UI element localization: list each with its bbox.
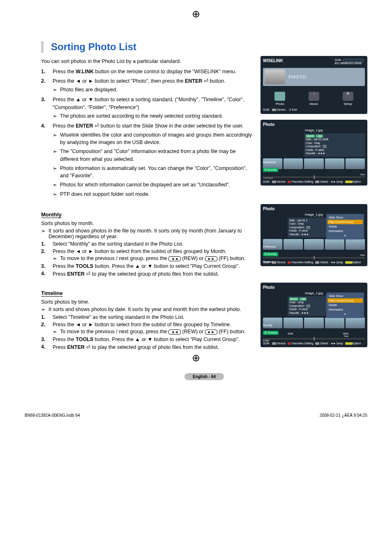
- step-number: 4.: [41, 344, 53, 350]
- current-file: image_1.jpg: [263, 128, 365, 132]
- photo-metadata: Month : Jan Color : Gray Composition : ▒…: [288, 296, 332, 316]
- doc-date-right: 2008-02-21 ¿ÀÈÄ 9:04:25: [320, 413, 367, 418]
- note-text: Wiselink identifies the color and compos…: [60, 131, 252, 147]
- menu-play-current-group[interactable]: Play Current Group: [327, 298, 363, 303]
- monthly-intro: Sorts photos by month.: [41, 221, 252, 226]
- note-arrow: ➣: [53, 165, 60, 180]
- note-text: It sorts and shows photos by date. It so…: [48, 306, 241, 313]
- side-tab-timeline[interactable]: ☰ Timeline: [263, 331, 279, 335]
- timeline-year-left: 2006: [288, 332, 293, 337]
- registration-mark-bottom: ⊕: [192, 352, 200, 364]
- side-tab-monthly[interactable]: ☰ Monthly: [263, 168, 278, 172]
- thumbnail[interactable]: [346, 318, 365, 328]
- menu-down-icon: ▾: [327, 233, 363, 238]
- thumbnail[interactable]: [304, 239, 323, 250]
- registration-mark-top: ⊕: [192, 8, 200, 20]
- gear-icon: ⚙: [343, 92, 353, 101]
- thumbnail-row: [263, 239, 365, 250]
- ff-button-icon: ►►: [205, 330, 217, 334]
- thumbnail[interactable]: [284, 239, 303, 250]
- thumbnail[interactable]: [325, 239, 344, 250]
- shot-footer-ops: SUM Device Favorites Setting Select ◄►Ju…: [263, 180, 365, 183]
- photo-sort-screenshot: Photo image_1.jpg Month : Jan Date : Jan…: [261, 120, 367, 186]
- thumbnail[interactable]: [284, 318, 303, 328]
- shot-title: Photo: [263, 207, 365, 211]
- step-number: 1.: [41, 241, 53, 247]
- storage-readout: SUM 851.98MB/995.00MB: [334, 58, 364, 65]
- doc-id-left: BN68-01392A-00ENG.indb 64: [25, 413, 80, 418]
- note-arrow: ➣: [53, 190, 60, 199]
- step-number: 2.: [41, 322, 53, 335]
- shot-footer-ops: SUM Device ↺ Exit: [263, 108, 365, 111]
- note-text: The "Composition" and "Color" informatio…: [60, 148, 252, 163]
- step-number: 2.: [41, 248, 53, 262]
- step-number: 4.: [41, 271, 53, 277]
- ff-button-icon: ►►: [205, 256, 217, 261]
- step-body: Press the ◄ or ► button to select "Photo…: [53, 77, 252, 94]
- nav-setup[interactable]: ⚙Setup: [343, 92, 353, 106]
- thumbnail-row: [263, 158, 365, 169]
- nav-music[interactable]: ♪Music: [309, 92, 319, 106]
- context-menu: Silde Show Play Current Group Delete Inf…: [326, 293, 364, 318]
- step-number: 1.: [41, 68, 53, 76]
- menu-play-current-group[interactable]: Play Current Group: [327, 220, 363, 224]
- step-number: 2.: [41, 77, 53, 94]
- thumbnail[interactable]: [346, 158, 365, 169]
- menu-information[interactable]: Information: [327, 229, 363, 233]
- note-arrow: ➣: [53, 112, 60, 121]
- step-number: 1.: [41, 314, 53, 320]
- step-body: Press the ◄ or ► button to select from t…: [53, 248, 252, 262]
- menu-information[interactable]: Information: [327, 307, 363, 312]
- music-icon: ♪: [309, 92, 319, 101]
- step-body: Select "Timeline" as the sorting standar…: [53, 314, 252, 320]
- menu-delete[interactable]: Delete: [327, 224, 363, 229]
- wiselink-screenshot: WISELINK SUM 851.98MB/995.00MB PHOTO Pho…: [261, 56, 367, 114]
- timeline-screenshot: Photo image_1.jpg Silde Show Play Curren…: [261, 283, 367, 347]
- timeline-intro: Sorts photos by time.: [41, 299, 252, 305]
- thumbnail[interactable]: [304, 318, 323, 328]
- step-body: Press the TOOLS button. Press the ▲ or ▼…: [53, 337, 252, 342]
- note-arrow: ➣: [53, 131, 60, 147]
- side-tab-timeline[interactable]: Timeline: [263, 260, 278, 263]
- step-number: 3.: [41, 263, 53, 269]
- note-text: Photo files are displayed.: [60, 86, 118, 94]
- page-title: Sorting Photo List: [51, 41, 367, 53]
- timeline-track[interactable]: [263, 338, 365, 339]
- note-text: Photos for which information cannot be d…: [60, 181, 230, 189]
- shot-footer-ops: SUM Device Favorites Setting Select ◄►Ju…: [263, 261, 365, 264]
- thumbnail[interactable]: [304, 158, 323, 169]
- rew-button-icon: ◄◄: [168, 256, 181, 261]
- note-arrow: ➣: [53, 148, 60, 163]
- timeline-track[interactable]: [263, 257, 365, 258]
- note-text: To move to the previous / next group, pr…: [60, 329, 246, 335]
- monthly-screenshot: Photo image_1.jpg Silde Show Play Curren…: [261, 204, 367, 266]
- menu-slide-show[interactable]: Silde Show: [327, 294, 363, 298]
- shot-title: Photo: [263, 285, 365, 290]
- menu-down-icon: ▾: [327, 312, 363, 317]
- note-text: It sorts and shows photos in the file by…: [48, 228, 252, 239]
- rew-button-icon: ◄◄: [168, 330, 181, 334]
- menu-slide-show[interactable]: Silde Show: [327, 215, 363, 220]
- photo-icon: [274, 92, 285, 101]
- side-tab-preference[interactable]: Preference: [263, 161, 278, 164]
- thumbnail[interactable]: [325, 158, 344, 169]
- note-arrow: ➣: [53, 181, 60, 189]
- nav-photo[interactable]: Photo: [274, 92, 285, 106]
- thumbnail[interactable]: [325, 318, 344, 328]
- context-menu: Silde Show Play Current Group Delete Inf…: [326, 214, 364, 239]
- note-text: Photo information is automatically set. …: [60, 165, 252, 180]
- menu-delete[interactable]: Delete: [327, 303, 363, 307]
- side-tab-preference[interactable]: Preference: [263, 245, 278, 248]
- note-arrow: ➣: [53, 329, 60, 335]
- note-text: The photos are sorted according to the n…: [60, 112, 223, 121]
- step-number: 3.: [41, 96, 53, 121]
- step-body: Press ENTER ⏎ to play the selected group…: [53, 344, 252, 350]
- thumbnail[interactable]: [346, 239, 365, 250]
- timeline-track[interactable]: [263, 176, 365, 178]
- note-arrow: ➣: [53, 86, 60, 94]
- side-tab-monthly[interactable]: ☰ Monthly: [263, 252, 278, 256]
- note-arrow: ➣: [53, 255, 60, 262]
- thumbnail[interactable]: [284, 158, 303, 169]
- monthly-label: Monthly: [41, 211, 62, 218]
- side-tab-monthly[interactable]: Monthly: [263, 324, 279, 327]
